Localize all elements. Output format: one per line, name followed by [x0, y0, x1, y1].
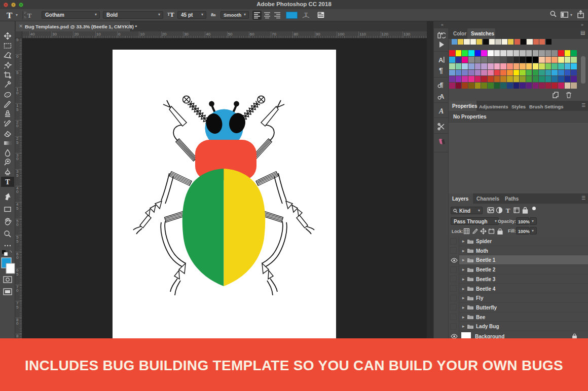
svg-text:¶: ¶ — [439, 66, 443, 74]
svg-text:T: T — [506, 207, 510, 214]
svg-text:A: A — [438, 56, 444, 64]
svg-text:A: A — [438, 107, 444, 115]
svg-text:T: T — [5, 178, 10, 186]
svg-text:T: T — [304, 12, 308, 17]
